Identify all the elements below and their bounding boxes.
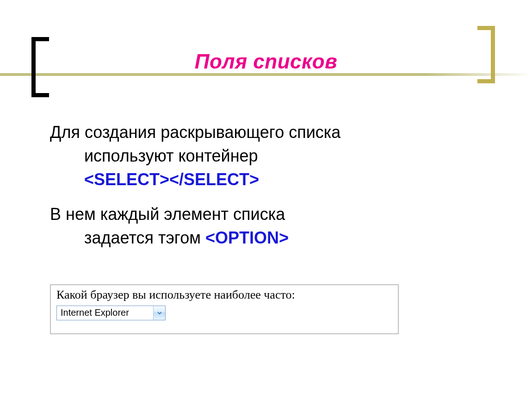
chevron-down-icon xyxy=(157,310,162,316)
decorative-bracket-left xyxy=(31,37,49,97)
slide-title: Поля списков xyxy=(0,50,532,73)
example-box: Какой браузер вы используете наиболее ча… xyxy=(50,284,399,334)
para2-line2-prefix: задается тэгом xyxy=(84,228,205,247)
decorative-bracket-right xyxy=(477,26,495,83)
code-select-tag: <SELECT></SELECT> xyxy=(84,170,259,189)
dropdown-button[interactable] xyxy=(153,306,165,320)
browser-select[interactable]: Internet Explorer xyxy=(56,306,166,320)
paragraph-2: В нем каждый элемент списка задается тэг… xyxy=(50,202,476,250)
paragraph-1: Для создания раскрывающего списка исполь… xyxy=(50,120,476,191)
code-option-tag: <OPTION> xyxy=(205,228,289,247)
para1-line1: Для создания раскрывающего списка xyxy=(50,123,340,142)
para1-line2-prefix: используют контейнер xyxy=(84,146,258,165)
example-label: Какой браузер вы используете наиболее ча… xyxy=(56,288,392,302)
slide-body: Для создания раскрывающего списка исполь… xyxy=(50,120,476,250)
browser-select-value: Internet Explorer xyxy=(57,306,153,320)
title-underline xyxy=(0,73,532,76)
para2-line1: В нем каждый элемент списка xyxy=(50,205,285,224)
